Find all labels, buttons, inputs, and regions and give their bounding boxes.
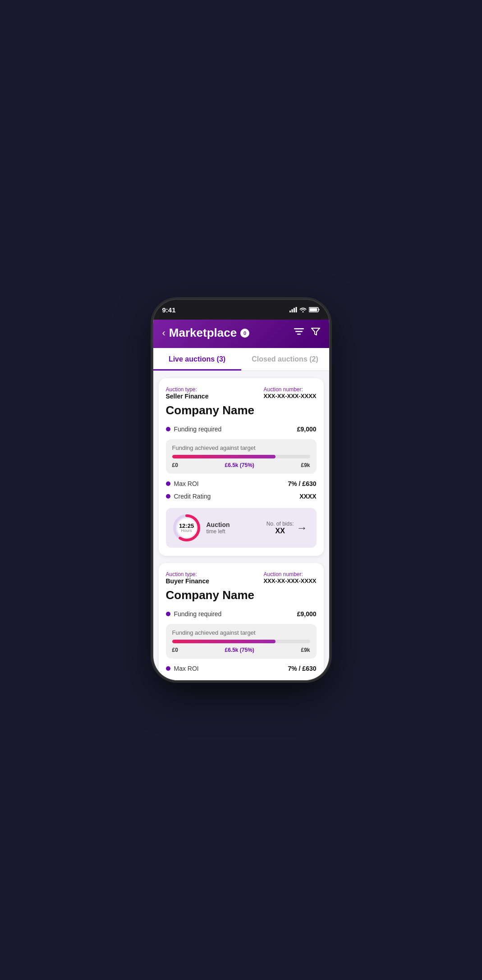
credit-rating-label-1: Credit Rating: [174, 493, 211, 500]
funding-label-2: Funding required: [174, 610, 222, 618]
auction-number-block-1: Auction number: XXX-XX-XXX-XXXX: [263, 386, 316, 400]
max-roi-label-2: Max ROI: [174, 665, 199, 672]
auction-type-block-2: Auction type: Buyer Finance: [166, 571, 209, 585]
header-left: ‹ Marketplace 0: [162, 326, 250, 340]
timer-row-1[interactable]: 12:25 Hours Auction time left No. of bid…: [166, 508, 317, 548]
bids-info-1: No. of bids: XX: [266, 521, 294, 535]
dot-roi-2: [166, 666, 170, 671]
dot-credit-1: [166, 494, 170, 499]
svg-rect-7: [295, 331, 303, 332]
timer-info-1: Auction time left: [201, 521, 266, 535]
funding-row-2: Funding required £9,000: [166, 608, 317, 620]
credit-rating-value-1: XXXX: [299, 493, 316, 500]
progress-fill-1: [172, 455, 276, 458]
signal-icon: [289, 307, 297, 312]
sort-icon[interactable]: [294, 328, 304, 338]
auction-number-value-2: XXX-XX-XXX-XXXX: [263, 577, 316, 584]
marker-mid-2: £6.5k (75%): [225, 647, 254, 653]
battery-icon: [309, 307, 320, 312]
max-roi-label-1: Max ROI: [174, 480, 199, 487]
auction-type-label-1: Auction type:: [166, 386, 209, 393]
progress-markers-1: £0 £6.5k (75%) £9k: [172, 462, 310, 468]
progress-track-2: [172, 640, 310, 643]
tab-live-auctions[interactable]: Live auctions (3): [153, 348, 241, 371]
max-roi-value-2: 7% / £630: [288, 665, 316, 672]
progress-track-1: [172, 455, 310, 458]
progress-markers-2: £0 £6.5k (75%) £9k: [172, 647, 310, 653]
tabs-bar: Live auctions (3) Closed auctions (2): [153, 348, 329, 371]
company-name-2: Company Name: [166, 588, 317, 602]
svg-rect-6: [294, 328, 304, 330]
timer-circle-1: 12:25 Hours: [172, 513, 201, 542]
page-title: Marketplace: [169, 326, 237, 340]
filter-icon[interactable]: [311, 327, 320, 339]
dot-roi-1: [166, 481, 170, 486]
bids-label-1: No. of bids:: [266, 521, 294, 527]
svg-rect-2: [294, 308, 295, 312]
timer-unit-1: Hours: [179, 529, 194, 533]
svg-rect-0: [289, 311, 291, 312]
auction-number-block-2: Auction number: XXX-XX-XXX-XXXX: [263, 571, 316, 585]
funding-row-1: Funding required £9,000: [166, 423, 317, 435]
marker-end-1: £9k: [301, 462, 310, 468]
svg-rect-8: [297, 334, 301, 335]
auction-number-label-2: Auction number:: [263, 571, 316, 577]
card-meta-row-2: Auction type: Buyer Finance Auction numb…: [166, 571, 317, 585]
auction-type-label-2: Auction type:: [166, 571, 209, 577]
card-detail-button-1[interactable]: →: [294, 520, 310, 536]
marker-start-2: £0: [172, 647, 178, 653]
dot-icon-2: [166, 612, 170, 616]
back-button[interactable]: ‹: [162, 327, 165, 339]
bids-value-1: XX: [266, 527, 294, 535]
auction-type-block-1: Auction type: Seller Finance: [166, 386, 209, 400]
notification-badge: 0: [240, 329, 249, 338]
funding-box-label-2: Funding achieved against target: [172, 629, 310, 636]
svg-rect-1: [291, 309, 293, 312]
wifi-icon: [299, 307, 307, 312]
auction-card-2[interactable]: Auction type: Buyer Finance Auction numb…: [159, 563, 324, 680]
auction-number-label-1: Auction number:: [263, 386, 316, 393]
app-header: ‹ Marketplace 0: [153, 320, 329, 348]
dot-icon-1: [166, 427, 170, 431]
svg-rect-5: [309, 308, 317, 311]
max-roi-row-2: Max ROI 7% / £630: [166, 662, 317, 675]
card-meta-row-1: Auction type: Seller Finance Auction num…: [166, 386, 317, 400]
auction-card-1[interactable]: Auction type: Seller Finance Auction num…: [159, 378, 324, 556]
marker-start-1: £0: [172, 462, 178, 468]
marker-end-2: £9k: [301, 647, 310, 653]
funding-label-1: Funding required: [174, 426, 222, 433]
funding-box-label-1: Funding achieved against target: [172, 444, 310, 451]
auction-type-value-2: Buyer Finance: [166, 577, 209, 585]
header-actions: [294, 327, 320, 339]
svg-rect-3: [295, 307, 297, 312]
phone-shell: 9:41: [153, 300, 329, 680]
status-icons: [289, 307, 320, 312]
header-title-wrap: Marketplace 0: [169, 326, 249, 340]
status-bar: 9:41: [153, 300, 329, 320]
screen: ‹ Marketplace 0: [153, 320, 329, 680]
auction-number-value-1: XXX-XX-XXX-XXXX: [263, 393, 316, 399]
funding-box-1: Funding achieved against target £0 £6.5k…: [166, 439, 317, 474]
auction-list: Auction type: Seller Finance Auction num…: [153, 371, 329, 680]
marker-mid-1: £6.5k (75%): [225, 462, 254, 468]
auction-type-value-1: Seller Finance: [166, 393, 209, 400]
auction-time-left-label-1: Auction: [207, 521, 261, 528]
status-time: 9:41: [162, 306, 176, 314]
credit-rating-row-1: Credit Rating XXXX: [166, 490, 317, 503]
funding-value-2: £9,000: [297, 610, 317, 618]
progress-fill-2: [172, 640, 276, 643]
max-roi-row-1: Max ROI 7% / £630: [166, 477, 317, 490]
company-name-1: Company Name: [166, 403, 317, 417]
funding-value-1: £9,000: [297, 426, 317, 433]
auction-time-left-sub-1: time left: [207, 528, 261, 535]
tab-closed-auctions[interactable]: Closed auctions (2): [241, 348, 329, 371]
max-roi-value-1: 7% / £630: [288, 480, 316, 487]
funding-box-2: Funding achieved against target £0 £6.5k…: [166, 624, 317, 659]
